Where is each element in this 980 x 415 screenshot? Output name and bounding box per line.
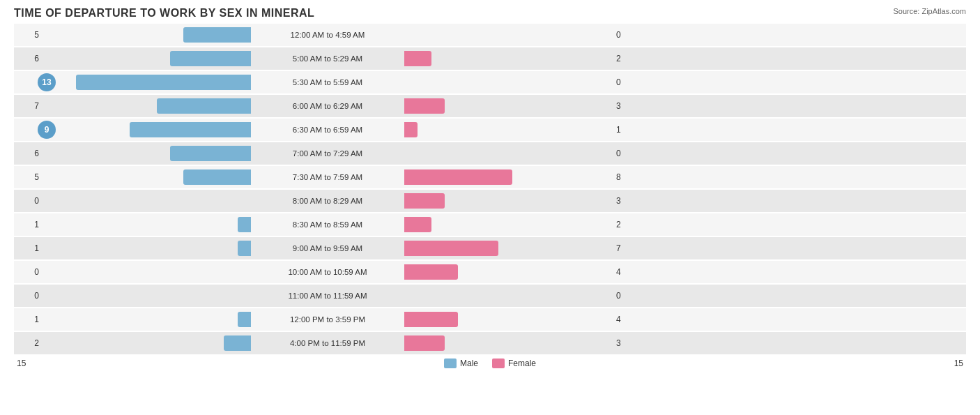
female-bar-area	[404, 264, 613, 280]
table-row: 2 4:00 PM to 11:59 PM 3	[14, 332, 966, 354]
table-row: 1 9:00 AM to 9:59 AM 7	[14, 237, 966, 259]
footer-right-value: 15	[935, 359, 963, 368]
female-bar-area	[404, 193, 613, 209]
table-row: 9 6:30 AM to 6:59 AM 1	[14, 119, 966, 141]
footer-left-value: 15	[17, 359, 45, 368]
time-label: 8:00 AM to 8:29 AM	[251, 197, 404, 205]
table-row: 7 6:00 AM to 6:29 AM 3	[14, 95, 966, 117]
male-value: 6	[14, 54, 42, 63]
time-label: 6:00 AM to 6:29 AM	[251, 102, 404, 110]
female-bar-area	[404, 75, 613, 90]
female-bar	[404, 51, 431, 66]
female-bar-area	[404, 217, 613, 232]
female-bar-area	[404, 335, 613, 351]
table-row: 0 10:00 AM to 10:59 AM 4	[14, 261, 966, 283]
chart-container: TIME OF DEPARTURE TO WORK BY SEX IN MINE…	[14, 7, 966, 368]
female-bar	[404, 193, 445, 209]
male-value: 0	[14, 291, 42, 301]
legend-male-box	[444, 359, 457, 368]
female-bar	[404, 169, 512, 185]
time-label: 11:00 AM to 11:59 AM	[251, 292, 404, 300]
male-value: 6	[14, 149, 42, 158]
male-value: 1	[14, 220, 42, 229]
table-row: 0 8:00 AM to 8:29 AM 3	[14, 190, 966, 212]
source-text: Source: ZipAtlas.com	[893, 7, 966, 15]
male-value: 2	[14, 338, 42, 348]
male-bar-area	[42, 169, 251, 185]
female-value: 2	[613, 54, 634, 63]
legend-male: Male	[444, 359, 478, 368]
time-label: 12:00 AM to 4:59 AM	[251, 31, 404, 39]
table-row: 13 5:30 AM to 5:59 AM 0	[14, 71, 966, 93]
male-value: 0	[14, 196, 42, 206]
female-bar	[404, 264, 458, 280]
time-label: 6:30 AM to 6:59 AM	[251, 126, 404, 134]
legend-female-box	[492, 359, 505, 368]
male-bar	[170, 51, 251, 66]
female-value: 7	[613, 243, 634, 253]
table-row: 6 5:00 AM to 5:29 AM 2	[14, 47, 966, 70]
legend: Male Female	[444, 359, 536, 368]
female-value: 0	[613, 291, 634, 301]
highlighted-male-value: 13	[38, 73, 56, 91]
male-bar	[238, 217, 251, 232]
table-row: 0 11:00 AM to 11:59 AM 0	[14, 285, 966, 307]
chart-area: 5 12:00 AM to 4:59 AM 0 6 5:00 AM to 5:2…	[14, 24, 966, 354]
time-label: 7:00 AM to 7:29 AM	[251, 149, 404, 158]
female-bar	[404, 241, 498, 256]
time-label: 10:00 AM to 10:59 AM	[251, 268, 404, 276]
female-bar	[404, 122, 418, 137]
time-label: 4:00 PM to 11:59 PM	[251, 339, 404, 347]
female-value: 0	[613, 30, 634, 40]
female-bar-area	[404, 27, 613, 43]
table-row: 1 12:00 PM to 3:59 PM 4	[14, 308, 966, 331]
table-row: 5 12:00 AM to 4:59 AM 0	[14, 24, 966, 46]
male-bar	[157, 98, 251, 114]
male-bar	[224, 335, 251, 351]
male-bar-area	[42, 217, 251, 232]
male-value: 5	[14, 30, 42, 40]
table-row: 6 7:00 AM to 7:29 AM 0	[14, 142, 966, 165]
time-label: 5:30 AM to 5:59 AM	[251, 78, 404, 86]
male-bar-area	[42, 335, 251, 351]
female-value: 4	[613, 267, 634, 277]
legend-female: Female	[492, 359, 536, 368]
female-bar-area	[404, 288, 613, 303]
male-bar	[183, 27, 251, 43]
female-value: 1	[613, 125, 634, 135]
male-bar	[183, 169, 251, 185]
male-bar-area	[42, 146, 251, 161]
male-bar	[238, 312, 251, 327]
male-bar-area	[42, 193, 251, 209]
female-bar-area	[404, 122, 613, 137]
male-value: 1	[14, 315, 42, 324]
table-row: 5 7:30 AM to 7:59 AM 8	[14, 166, 966, 188]
female-bar	[404, 98, 445, 114]
female-value: 4	[613, 315, 634, 324]
female-value: 0	[613, 149, 634, 158]
male-bar	[170, 146, 251, 161]
male-bar-area	[42, 75, 251, 90]
female-bar-area	[404, 241, 613, 256]
female-value: 0	[613, 77, 634, 87]
male-bar-area	[42, 27, 251, 43]
male-bar-area	[42, 122, 251, 137]
chart-footer: 15 Male Female 15	[14, 359, 966, 368]
male-bar-area	[42, 98, 251, 114]
male-bar	[76, 75, 251, 90]
male-bar	[238, 241, 251, 256]
male-bar-area	[42, 264, 251, 280]
female-bar	[404, 217, 431, 232]
male-bar-area	[42, 51, 251, 66]
time-label: 5:00 AM to 5:29 AM	[251, 54, 404, 63]
chart-title: TIME OF DEPARTURE TO WORK BY SEX IN MINE…	[14, 7, 966, 20]
female-bar-area	[404, 312, 613, 327]
female-bar	[404, 312, 458, 327]
table-row: 1 8:30 AM to 8:59 AM 2	[14, 213, 966, 236]
time-label: 9:00 AM to 9:59 AM	[251, 244, 404, 252]
female-bar-area	[404, 146, 613, 161]
female-bar-area	[404, 169, 613, 185]
female-bar-area	[404, 51, 613, 66]
legend-female-label: Female	[508, 359, 536, 368]
female-value: 8	[613, 172, 634, 182]
